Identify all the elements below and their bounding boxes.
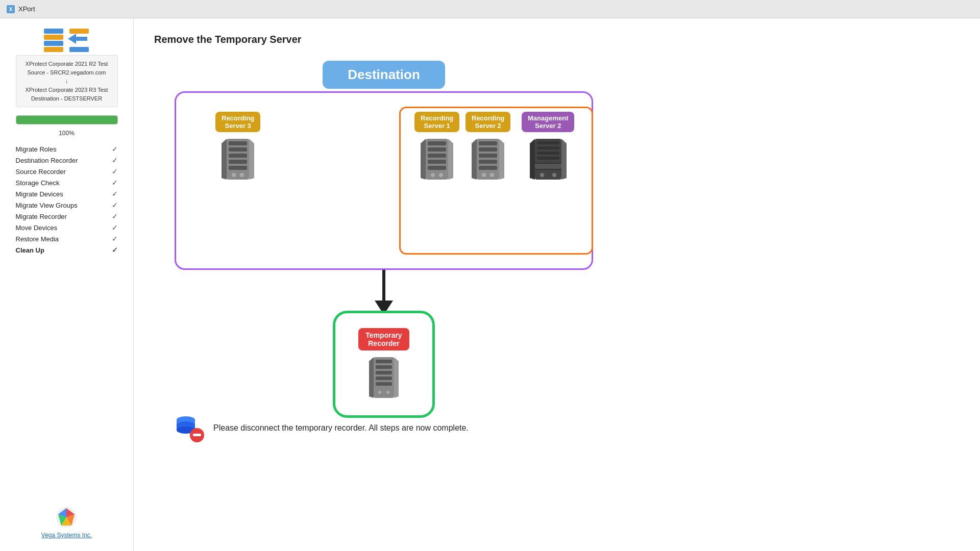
svg-point-36: [482, 173, 486, 177]
arrow-down: [375, 270, 393, 315]
check-icon: ✓: [112, 156, 118, 164]
title-bar: X XPort: [0, 0, 980, 18]
source-info: XProtect Corporate 2021 R2 Test: [22, 60, 111, 68]
check-icon: ✓: [112, 246, 118, 254]
checklist-label: Clean Up: [16, 246, 44, 254]
temp-recorder-box: TemporaryRecorder: [333, 311, 435, 418]
svg-rect-21: [428, 141, 446, 145]
checklist-item-clean-up: Clean Up ✓: [16, 246, 118, 254]
vendor-logo: Vega Systems Inc.: [41, 506, 92, 539]
content-area: Remove the Temporary Server Destination …: [134, 18, 980, 551]
svg-marker-50: [561, 139, 567, 180]
svg-point-26: [431, 173, 435, 177]
checklist-label: Source Recorder: [16, 168, 66, 176]
svg-point-17: [240, 173, 244, 177]
progress-bar-inner: [16, 116, 117, 124]
svg-marker-59: [369, 357, 374, 398]
svg-point-48: [552, 173, 556, 177]
server-group-recording3: RecordingServer 3: [215, 112, 260, 182]
connection-info: XProtect Corporate 2021 R2 Test Source -…: [16, 55, 118, 107]
svg-rect-25: [428, 166, 446, 170]
svg-rect-24: [428, 160, 446, 164]
svg-rect-55: [376, 377, 392, 380]
checklist-label: Migrate Devices: [16, 190, 63, 198]
svg-point-27: [439, 173, 443, 177]
dest-sub: Destination - DESTSERVER: [22, 94, 111, 103]
svg-rect-11: [229, 141, 247, 145]
diagram: Destination RecordingServer 3: [154, 61, 614, 418]
checklist-label: Migrate View Groups: [16, 202, 78, 209]
recording-server-2-icon: [468, 136, 508, 182]
page-title: Remove the Temporary Server: [154, 34, 960, 45]
svg-rect-34: [479, 160, 497, 164]
destination-label: Destination: [323, 61, 445, 89]
checklist-label: Destination Recorder: [16, 157, 78, 164]
management-server-2-label: ManagementServer 2: [522, 112, 574, 132]
sidebar: XProtect Corporate 2021 R2 Test Source -…: [0, 18, 134, 551]
checklist-item-move-devices: Move Devices ✓: [16, 223, 118, 232]
source-sub: Source - SRCR2.vegadom.com: [22, 68, 111, 77]
svg-point-58: [386, 391, 389, 394]
checklist-label: Restore Media: [16, 235, 59, 243]
check-icon: ✓: [112, 235, 118, 243]
checklist-label: Move Devices: [16, 224, 58, 232]
svg-rect-12: [229, 147, 247, 152]
svg-rect-42: [537, 146, 559, 149]
checklist: Migrate Roles ✓ Destination Recorder ✓ S…: [16, 145, 118, 254]
recording-server-3-icon: [217, 136, 258, 182]
svg-marker-49: [530, 139, 535, 180]
check-icon: ✓: [112, 201, 118, 209]
app-title: XPort: [18, 5, 35, 13]
arrow-shaft: [382, 270, 385, 300]
svg-rect-46: [534, 164, 562, 169]
checklist-label: Migrate Roles: [16, 145, 57, 153]
connection-arrow: ↓: [22, 77, 111, 86]
checklist-item-dest-recorder: Destination Recorder ✓: [16, 156, 118, 164]
svg-point-57: [378, 391, 381, 394]
checklist-item-restore-media: Restore Media ✓: [16, 235, 118, 243]
svg-rect-4: [44, 41, 63, 46]
checklist-item-migrate-view-groups: Migrate View Groups ✓: [16, 201, 118, 209]
temporary-recorder-label: TemporaryRecorder: [358, 328, 409, 350]
checklist-item-migrate-devices: Migrate Devices ✓: [16, 190, 118, 198]
svg-point-47: [540, 173, 544, 177]
svg-rect-2: [44, 29, 63, 34]
svg-marker-39: [499, 139, 504, 180]
checklist-item-source-recorder: Source Recorder ✓: [16, 167, 118, 176]
svg-rect-3: [44, 35, 63, 40]
recording-server-1-icon: [416, 136, 457, 182]
recording-server-1-label: RecordingServer 1: [414, 112, 459, 132]
svg-rect-56: [376, 382, 392, 386]
svg-marker-29: [448, 139, 453, 180]
server-group-recording2: RecordingServer 2: [465, 112, 510, 182]
svg-rect-13: [229, 154, 247, 158]
progress-label: 100%: [59, 130, 75, 137]
svg-rect-5: [44, 47, 63, 52]
check-icon: ✓: [112, 145, 118, 153]
server-group-recording1: RecordingServer 1: [414, 112, 459, 182]
app-logo: [41, 27, 92, 55]
svg-rect-7: [69, 29, 89, 34]
checklist-item-migrate-recorder: Migrate Recorder ✓: [16, 212, 118, 220]
svg-rect-52: [376, 360, 392, 363]
dest-info: XProtect Corporate 2023 R3 Test: [22, 86, 111, 94]
svg-rect-31: [479, 141, 497, 145]
svg-rect-22: [428, 147, 446, 152]
svg-rect-14: [229, 160, 247, 164]
check-icon: ✓: [112, 167, 118, 176]
vendor-name[interactable]: Vega Systems Inc.: [41, 532, 92, 539]
management-server-2-icon: [528, 136, 569, 182]
svg-rect-15: [229, 166, 247, 170]
svg-rect-41: [537, 141, 559, 144]
check-icon: ✓: [112, 223, 118, 232]
checklist-item-migrate-roles: Migrate Roles ✓: [16, 145, 118, 153]
svg-rect-44: [537, 157, 559, 160]
svg-point-37: [490, 173, 494, 177]
check-icon: ✓: [112, 212, 118, 220]
svg-rect-8: [69, 47, 89, 52]
svg-rect-35: [479, 166, 497, 170]
svg-marker-19: [249, 139, 254, 180]
svg-rect-67: [193, 434, 201, 436]
svg-rect-32: [479, 147, 497, 152]
progress-bar-outer: [16, 115, 118, 124]
